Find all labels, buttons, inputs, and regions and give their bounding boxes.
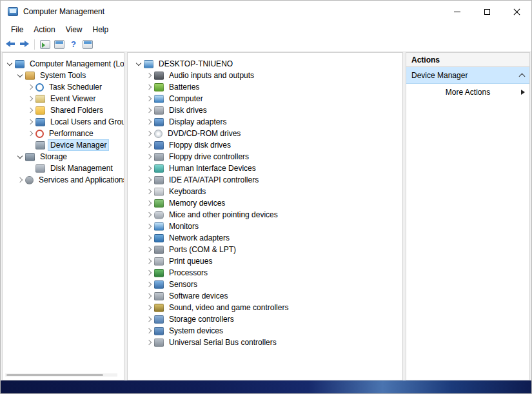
device-category-software-devices[interactable]: Software devices <box>132 290 402 302</box>
chevron-collapsed-icon[interactable] <box>143 317 154 321</box>
device-category-computer[interactable]: Computer <box>132 93 402 104</box>
show-console-tree-icon[interactable] <box>40 40 50 49</box>
device-category-print-queues[interactable]: Print queues <box>132 255 402 267</box>
system-tools-icon <box>25 72 35 80</box>
forward-button[interactable] <box>19 41 29 48</box>
device-category-processors[interactable]: Processors <box>132 267 402 279</box>
chevron-collapsed-icon[interactable] <box>143 201 154 205</box>
help-icon[interactable]: ? <box>68 40 79 49</box>
device-category-floppy-disk[interactable]: Floppy disk drives <box>132 139 402 151</box>
device-category-memory[interactable]: Memory devices <box>132 197 402 209</box>
minimize-button[interactable] <box>442 1 472 23</box>
chevron-collapsed-icon[interactable] <box>143 120 154 124</box>
tree-item-computer-management[interactable]: Computer Management (Local <box>3 58 124 70</box>
tree-item-disk-management[interactable]: Disk Management <box>3 163 124 174</box>
device-category-display-adapters[interactable]: Display adapters <box>132 116 402 128</box>
tree-item-device-manager[interactable]: Device Manager <box>3 139 124 151</box>
chevron-collapsed-icon[interactable] <box>143 259 154 263</box>
chevron-collapsed-icon[interactable] <box>143 85 154 89</box>
console-window-icon[interactable] <box>54 40 64 49</box>
chevron-collapsed-icon[interactable] <box>143 143 154 147</box>
disk-management-icon <box>35 164 45 173</box>
chevron-collapsed-icon[interactable] <box>143 213 154 217</box>
close-icon <box>513 8 520 15</box>
chevron-collapsed-icon[interactable] <box>25 132 35 135</box>
back-button[interactable] <box>6 41 15 48</box>
device-category-batteries[interactable]: Batteries <box>132 81 402 93</box>
more-actions-item[interactable]: More Actions <box>406 84 529 101</box>
chevron-collapsed-icon[interactable] <box>143 294 154 298</box>
chevron-collapsed-icon[interactable] <box>143 108 154 112</box>
device-category-audio[interactable]: Audio inputs and outputs <box>132 70 402 81</box>
chevron-collapsed-icon[interactable] <box>143 155 154 159</box>
tree-item-local-users-groups[interactable]: Local Users and Groups <box>3 116 124 128</box>
maximize-button[interactable] <box>472 1 502 23</box>
device-category-dvd[interactable]: DVD/CD-ROM drives <box>132 128 402 139</box>
chevron-collapsed-icon[interactable] <box>143 166 154 170</box>
floppy-disk-icon <box>154 141 164 150</box>
scrollbar-thumb[interactable] <box>6 374 103 376</box>
horizontal-scrollbar[interactable] <box>5 373 117 377</box>
chevron-collapsed-icon[interactable] <box>143 306 154 310</box>
menu-help[interactable]: Help <box>88 24 114 35</box>
chevron-expanded-icon[interactable] <box>14 156 25 158</box>
chevron-collapsed-icon[interactable] <box>143 190 154 193</box>
tree-item-label: Event Viewer <box>48 94 97 104</box>
chevron-collapsed-icon[interactable] <box>14 178 25 182</box>
chevron-collapsed-icon[interactable] <box>143 236 154 240</box>
device-category-disk-drives[interactable]: Disk drives <box>132 104 402 116</box>
chevron-collapsed-icon[interactable] <box>143 248 154 251</box>
chevron-collapsed-icon[interactable] <box>143 132 154 135</box>
chevron-collapsed-icon[interactable] <box>143 340 154 344</box>
chevron-collapsed-icon[interactable] <box>143 178 154 182</box>
tree-item-services-applications[interactable]: Services and Applications <box>3 174 124 186</box>
menu-action[interactable]: Action <box>28 24 60 35</box>
device-category-monitors[interactable]: Monitors <box>132 221 402 232</box>
chevron-collapsed-icon[interactable] <box>143 97 154 101</box>
chevron-up-icon[interactable] <box>519 73 526 79</box>
device-category-sound[interactable]: Sound, video and game controllers <box>132 302 402 313</box>
chevron-collapsed-icon[interactable] <box>143 329 154 333</box>
network-adapter-icon <box>154 234 164 242</box>
menu-view[interactable]: View <box>61 24 88 35</box>
tree-item-event-viewer[interactable]: Event Viewer <box>3 93 124 104</box>
chevron-collapsed-icon[interactable] <box>143 224 154 228</box>
device-category-keyboards[interactable]: Keyboards <box>132 186 402 197</box>
processor-icon <box>154 269 164 277</box>
device-category-usb[interactable]: Universal Serial Bus controllers <box>132 337 402 348</box>
device-category-system-devices[interactable]: System devices <box>132 325 402 337</box>
device-category-ports[interactable]: Ports (COM & LPT) <box>132 244 402 255</box>
device-category-sensors[interactable]: Sensors <box>132 279 402 290</box>
device-category-label: Mice and other pointing devices <box>167 210 280 220</box>
chevron-collapsed-icon[interactable] <box>25 108 35 112</box>
chevron-collapsed-icon[interactable] <box>25 97 35 101</box>
chevron-collapsed-icon[interactable] <box>25 120 35 124</box>
actions-device-manager-group[interactable]: Device Manager <box>406 67 529 84</box>
close-button[interactable] <box>502 1 531 23</box>
device-category-ide[interactable]: IDE ATA/ATAPI controllers <box>132 174 402 186</box>
chevron-expanded-icon[interactable] <box>4 63 15 65</box>
system-device-icon <box>154 327 164 335</box>
chevron-collapsed-icon[interactable] <box>25 85 35 89</box>
chevron-expanded-icon[interactable] <box>133 63 144 65</box>
tree-item-task-scheduler[interactable]: Task Scheduler <box>3 81 124 93</box>
device-category-hid[interactable]: Human Interface Devices <box>132 163 402 174</box>
tree-item-storage[interactable]: Storage <box>3 151 124 163</box>
monitor-icon <box>154 222 164 231</box>
device-root[interactable]: DESKTOP-TNIUENO <box>132 58 402 70</box>
tree-item-performance[interactable]: Performance <box>3 128 124 139</box>
chevron-collapsed-icon[interactable] <box>143 282 154 286</box>
device-category-mice[interactable]: Mice and other pointing devices <box>132 209 402 221</box>
chevron-collapsed-icon[interactable] <box>143 74 154 77</box>
tree-item-system-tools[interactable]: System Tools <box>3 70 124 81</box>
device-category-storage-controllers[interactable]: Storage controllers <box>132 313 402 325</box>
chevron-collapsed-icon[interactable] <box>143 271 154 275</box>
device-category-floppy-controllers[interactable]: Floppy drive controllers <box>132 151 402 163</box>
chevron-expanded-icon[interactable] <box>14 75 25 77</box>
menu-file[interactable]: File <box>6 24 28 35</box>
device-category-label: DVD/CD-ROM drives <box>166 128 242 139</box>
action-pane-icon[interactable] <box>83 40 93 49</box>
tree-item-shared-folders[interactable]: Shared Folders <box>3 104 124 116</box>
device-category-network[interactable]: Network adapters <box>132 232 402 244</box>
device-category-label: Memory devices <box>167 198 227 208</box>
